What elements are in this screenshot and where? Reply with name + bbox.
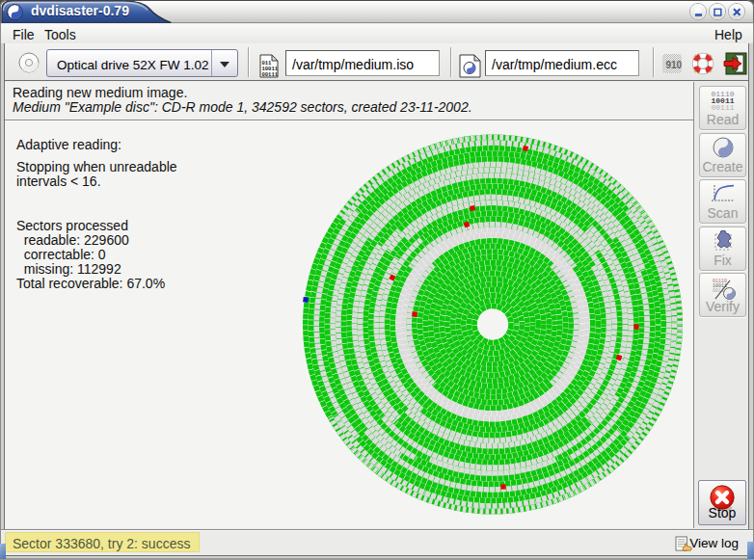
svg-text:910: 910 xyxy=(666,60,683,70)
svg-text:00111: 00111 xyxy=(261,71,278,78)
